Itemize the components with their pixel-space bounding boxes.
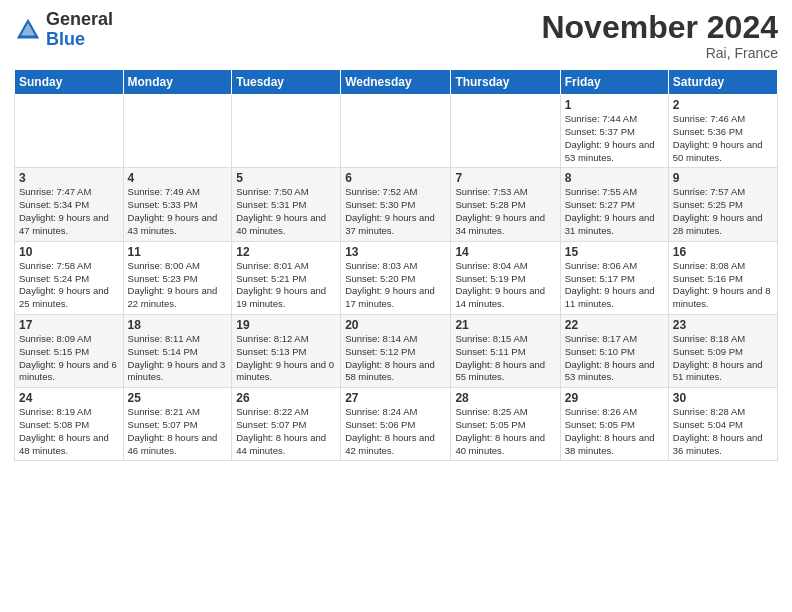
day-number: 16 <box>673 245 773 259</box>
day-info: Sunrise: 8:19 AM Sunset: 5:08 PM Dayligh… <box>19 406 119 457</box>
day-info: Sunrise: 8:17 AM Sunset: 5:10 PM Dayligh… <box>565 333 664 384</box>
day-number: 12 <box>236 245 336 259</box>
table-row: 11Sunrise: 8:00 AM Sunset: 5:23 PM Dayli… <box>123 241 232 314</box>
table-row: 13Sunrise: 8:03 AM Sunset: 5:20 PM Dayli… <box>341 241 451 314</box>
day-number: 18 <box>128 318 228 332</box>
calendar-week-3: 10Sunrise: 7:58 AM Sunset: 5:24 PM Dayli… <box>15 241 778 314</box>
day-number: 17 <box>19 318 119 332</box>
day-number: 6 <box>345 171 446 185</box>
day-info: Sunrise: 8:09 AM Sunset: 5:15 PM Dayligh… <box>19 333 119 384</box>
table-row <box>341 95 451 168</box>
table-row: 9Sunrise: 7:57 AM Sunset: 5:25 PM Daylig… <box>668 168 777 241</box>
day-number: 7 <box>455 171 555 185</box>
table-row: 23Sunrise: 8:18 AM Sunset: 5:09 PM Dayli… <box>668 314 777 387</box>
table-row: 27Sunrise: 8:24 AM Sunset: 5:06 PM Dayli… <box>341 388 451 461</box>
table-row <box>15 95 124 168</box>
table-row: 1Sunrise: 7:44 AM Sunset: 5:37 PM Daylig… <box>560 95 668 168</box>
header-saturday: Saturday <box>668 70 777 95</box>
table-row: 4Sunrise: 7:49 AM Sunset: 5:33 PM Daylig… <box>123 168 232 241</box>
day-info: Sunrise: 7:49 AM Sunset: 5:33 PM Dayligh… <box>128 186 228 237</box>
day-number: 15 <box>565 245 664 259</box>
day-number: 28 <box>455 391 555 405</box>
table-row: 16Sunrise: 8:08 AM Sunset: 5:16 PM Dayli… <box>668 241 777 314</box>
day-info: Sunrise: 8:11 AM Sunset: 5:14 PM Dayligh… <box>128 333 228 384</box>
day-number: 14 <box>455 245 555 259</box>
header-wednesday: Wednesday <box>341 70 451 95</box>
table-row: 29Sunrise: 8:26 AM Sunset: 5:05 PM Dayli… <box>560 388 668 461</box>
calendar-week-4: 17Sunrise: 8:09 AM Sunset: 5:15 PM Dayli… <box>15 314 778 387</box>
table-row: 15Sunrise: 8:06 AM Sunset: 5:17 PM Dayli… <box>560 241 668 314</box>
header-monday: Monday <box>123 70 232 95</box>
table-row: 19Sunrise: 8:12 AM Sunset: 5:13 PM Dayli… <box>232 314 341 387</box>
table-row: 22Sunrise: 8:17 AM Sunset: 5:10 PM Dayli… <box>560 314 668 387</box>
day-number: 20 <box>345 318 446 332</box>
day-number: 26 <box>236 391 336 405</box>
day-number: 13 <box>345 245 446 259</box>
logo-text: General Blue <box>46 10 113 50</box>
table-row: 8Sunrise: 7:55 AM Sunset: 5:27 PM Daylig… <box>560 168 668 241</box>
day-number: 9 <box>673 171 773 185</box>
day-info: Sunrise: 7:53 AM Sunset: 5:28 PM Dayligh… <box>455 186 555 237</box>
day-number: 3 <box>19 171 119 185</box>
day-info: Sunrise: 8:22 AM Sunset: 5:07 PM Dayligh… <box>236 406 336 457</box>
table-row: 18Sunrise: 8:11 AM Sunset: 5:14 PM Dayli… <box>123 314 232 387</box>
header-friday: Friday <box>560 70 668 95</box>
calendar-week-2: 3Sunrise: 7:47 AM Sunset: 5:34 PM Daylig… <box>15 168 778 241</box>
day-number: 21 <box>455 318 555 332</box>
table-row: 30Sunrise: 8:28 AM Sunset: 5:04 PM Dayli… <box>668 388 777 461</box>
table-row: 14Sunrise: 8:04 AM Sunset: 5:19 PM Dayli… <box>451 241 560 314</box>
day-info: Sunrise: 8:08 AM Sunset: 5:16 PM Dayligh… <box>673 260 773 311</box>
header: General Blue November 2024 Rai, France <box>14 10 778 61</box>
page-container: General Blue November 2024 Rai, France S… <box>0 0 792 471</box>
table-row: 25Sunrise: 8:21 AM Sunset: 5:07 PM Dayli… <box>123 388 232 461</box>
day-number: 27 <box>345 391 446 405</box>
day-info: Sunrise: 8:14 AM Sunset: 5:12 PM Dayligh… <box>345 333 446 384</box>
day-info: Sunrise: 8:00 AM Sunset: 5:23 PM Dayligh… <box>128 260 228 311</box>
title-block: November 2024 Rai, France <box>541 10 778 61</box>
table-row: 17Sunrise: 8:09 AM Sunset: 5:15 PM Dayli… <box>15 314 124 387</box>
day-number: 23 <box>673 318 773 332</box>
day-info: Sunrise: 8:01 AM Sunset: 5:21 PM Dayligh… <box>236 260 336 311</box>
day-info: Sunrise: 8:06 AM Sunset: 5:17 PM Dayligh… <box>565 260 664 311</box>
header-tuesday: Tuesday <box>232 70 341 95</box>
day-number: 22 <box>565 318 664 332</box>
day-number: 4 <box>128 171 228 185</box>
logo-general: General <box>46 10 113 30</box>
day-info: Sunrise: 7:46 AM Sunset: 5:36 PM Dayligh… <box>673 113 773 164</box>
table-row: 21Sunrise: 8:15 AM Sunset: 5:11 PM Dayli… <box>451 314 560 387</box>
day-info: Sunrise: 7:44 AM Sunset: 5:37 PM Dayligh… <box>565 113 664 164</box>
calendar-table: Sunday Monday Tuesday Wednesday Thursday… <box>14 69 778 461</box>
table-row: 2Sunrise: 7:46 AM Sunset: 5:36 PM Daylig… <box>668 95 777 168</box>
day-number: 30 <box>673 391 773 405</box>
day-info: Sunrise: 7:52 AM Sunset: 5:30 PM Dayligh… <box>345 186 446 237</box>
month-title: November 2024 <box>541 10 778 45</box>
day-number: 8 <box>565 171 664 185</box>
day-info: Sunrise: 8:24 AM Sunset: 5:06 PM Dayligh… <box>345 406 446 457</box>
header-sunday: Sunday <box>15 70 124 95</box>
day-info: Sunrise: 8:03 AM Sunset: 5:20 PM Dayligh… <box>345 260 446 311</box>
logo: General Blue <box>14 10 113 50</box>
calendar-week-1: 1Sunrise: 7:44 AM Sunset: 5:37 PM Daylig… <box>15 95 778 168</box>
day-number: 29 <box>565 391 664 405</box>
table-row <box>451 95 560 168</box>
table-row <box>232 95 341 168</box>
day-info: Sunrise: 7:55 AM Sunset: 5:27 PM Dayligh… <box>565 186 664 237</box>
table-row: 26Sunrise: 8:22 AM Sunset: 5:07 PM Dayli… <box>232 388 341 461</box>
table-row: 12Sunrise: 8:01 AM Sunset: 5:21 PM Dayli… <box>232 241 341 314</box>
logo-icon <box>14 16 42 44</box>
day-info: Sunrise: 8:12 AM Sunset: 5:13 PM Dayligh… <box>236 333 336 384</box>
day-number: 2 <box>673 98 773 112</box>
day-number: 19 <box>236 318 336 332</box>
location: Rai, France <box>541 45 778 61</box>
day-info: Sunrise: 7:50 AM Sunset: 5:31 PM Dayligh… <box>236 186 336 237</box>
day-info: Sunrise: 7:58 AM Sunset: 5:24 PM Dayligh… <box>19 260 119 311</box>
table-row <box>123 95 232 168</box>
day-info: Sunrise: 8:28 AM Sunset: 5:04 PM Dayligh… <box>673 406 773 457</box>
day-info: Sunrise: 8:15 AM Sunset: 5:11 PM Dayligh… <box>455 333 555 384</box>
table-row: 24Sunrise: 8:19 AM Sunset: 5:08 PM Dayli… <box>15 388 124 461</box>
day-info: Sunrise: 8:04 AM Sunset: 5:19 PM Dayligh… <box>455 260 555 311</box>
day-number: 25 <box>128 391 228 405</box>
day-info: Sunrise: 8:25 AM Sunset: 5:05 PM Dayligh… <box>455 406 555 457</box>
table-row: 10Sunrise: 7:58 AM Sunset: 5:24 PM Dayli… <box>15 241 124 314</box>
day-number: 24 <box>19 391 119 405</box>
